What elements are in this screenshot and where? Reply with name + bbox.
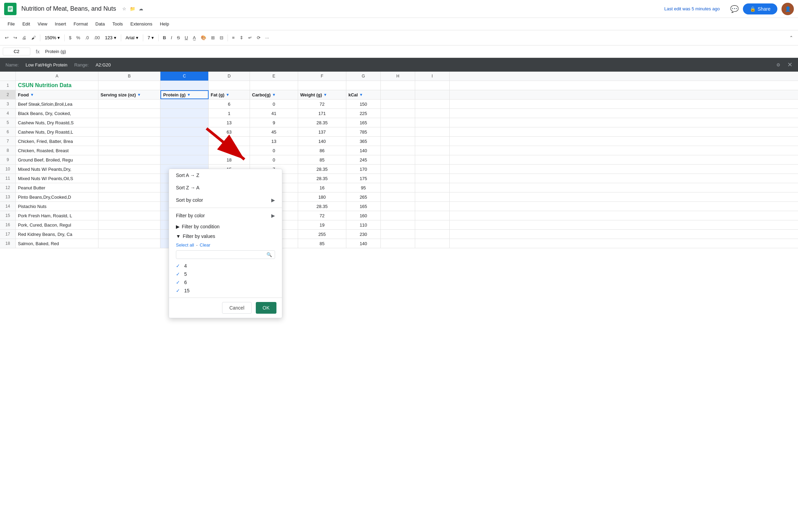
cell-G18[interactable]: 140 — [346, 239, 381, 248]
cell-A6[interactable]: Cashew Nuts, Dry Roastd,L — [16, 127, 98, 136]
cell-H6[interactable] — [381, 127, 415, 136]
cell-I3[interactable] — [415, 100, 450, 108]
cell-h1[interactable] — [381, 81, 415, 90]
cell-I16[interactable] — [415, 220, 450, 229]
share-button[interactable]: 🔒 Share — [743, 3, 777, 14]
col-header-h[interactable]: H — [381, 72, 415, 81]
col-header-c[interactable]: C — [160, 72, 209, 81]
cell-H10[interactable] — [381, 165, 415, 174]
folder-icon[interactable]: 📁 — [130, 6, 135, 11]
expand-button[interactable]: ⌃ — [787, 34, 795, 42]
cell-I10[interactable] — [415, 165, 450, 174]
select-all-link[interactable]: Select all — [176, 242, 194, 248]
cell-H15[interactable] — [381, 211, 415, 220]
cell-G9[interactable]: 245 — [346, 155, 381, 164]
wrap-button[interactable]: ↵ — [246, 34, 254, 42]
filter-value-item[interactable]: ✓4 — [176, 262, 275, 270]
cell-i1[interactable] — [415, 81, 450, 90]
filter-by-color-item[interactable]: Filter by color ▶ — [169, 209, 282, 222]
cell-H17[interactable] — [381, 230, 415, 239]
menu-extensions[interactable]: Extensions — [127, 20, 156, 28]
col-header-e[interactable]: E — [250, 72, 298, 81]
cell-F3[interactable]: 72 — [298, 100, 346, 108]
align-button[interactable]: ≡ — [230, 34, 237, 42]
cell-H14[interactable] — [381, 202, 415, 211]
filter-by-condition-item[interactable]: ▶ Filter by condition — [169, 222, 282, 231]
menu-data[interactable]: Data — [92, 20, 108, 28]
cell-A11[interactable]: Mixed Nuts W/ Peants,Oil,S — [16, 174, 98, 183]
cell-I14[interactable] — [415, 202, 450, 211]
font-size-select[interactable]: 7▾ — [145, 34, 156, 42]
menu-insert[interactable]: Insert — [51, 20, 70, 28]
cell-a1[interactable]: CSUN Nutrition Data — [16, 81, 98, 90]
sort-az-item[interactable]: Sort A → Z — [169, 169, 282, 181]
col-header-i[interactable]: I — [415, 72, 450, 81]
currency-button[interactable]: $ — [67, 34, 73, 42]
cell-B14[interactable] — [98, 202, 160, 211]
cell-I7[interactable] — [415, 137, 450, 146]
cell-F11[interactable]: 28.35 — [298, 174, 346, 183]
percent-button[interactable]: % — [74, 34, 82, 42]
cell-f1[interactable] — [298, 81, 346, 90]
cell-B7[interactable] — [98, 137, 160, 146]
decimal-less-button[interactable]: .0 — [83, 34, 91, 42]
filter-icon-c[interactable]: ▼ — [187, 93, 191, 97]
col-header-f[interactable]: F — [298, 72, 346, 81]
cell-G3[interactable]: 150 — [346, 100, 381, 108]
filter-icon-e[interactable]: ▼ — [272, 93, 276, 97]
cell-A9[interactable]: Ground Beef, Broiled, Regu — [16, 155, 98, 164]
filter-icon-g[interactable]: ▼ — [359, 93, 363, 97]
cell-a2[interactable]: Food ▼ — [16, 90, 98, 99]
cell-B16[interactable] — [98, 220, 160, 229]
cell-H11[interactable] — [381, 174, 415, 183]
cell-e1[interactable] — [250, 81, 298, 90]
cell-C3[interactable] — [160, 100, 209, 108]
print-button[interactable]: 🖨 — [20, 34, 29, 42]
row-num-4[interactable]: 4 — [0, 109, 16, 118]
cell-A17[interactable]: Red Kidney Beans, Dry, Ca — [16, 230, 98, 239]
menu-format[interactable]: Format — [70, 20, 91, 28]
fill-color-button[interactable]: 🎨 — [199, 34, 208, 42]
cell-H9[interactable] — [381, 155, 415, 164]
cell-b1[interactable] — [98, 81, 160, 90]
cell-I17[interactable] — [415, 230, 450, 239]
filter-icon-f[interactable]: ▼ — [323, 93, 327, 97]
cell-D7[interactable]: 18 — [209, 137, 250, 146]
filter-search-box[interactable]: 🔍 — [176, 250, 275, 259]
cell-c2[interactable]: Protein (g) ▼ — [160, 90, 209, 99]
cell-F17[interactable]: 255 — [298, 230, 346, 239]
cell-G12[interactable]: 95 — [346, 183, 381, 192]
cell-c1[interactable] — [160, 81, 209, 90]
cell-G7[interactable]: 365 — [346, 137, 381, 146]
cell-B6[interactable] — [98, 127, 160, 136]
cell-G10[interactable]: 170 — [346, 165, 381, 174]
cell-H13[interactable] — [381, 192, 415, 201]
cell-A15[interactable]: Pork Fresh Ham, Roastd, L — [16, 211, 98, 220]
cell-H5[interactable] — [381, 118, 415, 127]
row-num-10[interactable]: 10 — [0, 165, 16, 174]
cell-F9[interactable]: 85 — [298, 155, 346, 164]
cell-C7[interactable] — [160, 137, 209, 146]
cell-D9[interactable]: 18 — [209, 155, 250, 164]
cell-G14[interactable]: 165 — [346, 202, 381, 211]
cell-B5[interactable] — [98, 118, 160, 127]
row-num-16[interactable]: 16 — [0, 220, 16, 229]
cell-A8[interactable]: Chicken, Roasted, Breast — [16, 146, 98, 155]
menu-help[interactable]: Help — [156, 20, 172, 28]
menu-tools[interactable]: Tools — [109, 20, 126, 28]
cell-H4[interactable] — [381, 109, 415, 118]
cancel-button[interactable]: Cancel — [222, 302, 252, 314]
row-num-18[interactable]: 18 — [0, 239, 16, 248]
cell-F16[interactable]: 19 — [298, 220, 346, 229]
cell-B9[interactable] — [98, 155, 160, 164]
filter-by-values-item[interactable]: ▼ Filter by values — [169, 231, 282, 241]
cell-G11[interactable]: 175 — [346, 174, 381, 183]
text-color-button[interactable]: A̲ — [191, 34, 198, 42]
row-num-7[interactable]: 7 — [0, 137, 16, 146]
cell-G8[interactable]: 140 — [346, 146, 381, 155]
cell-H16[interactable] — [381, 220, 415, 229]
font-select[interactable]: Arial▾ — [123, 34, 141, 42]
ok-button[interactable]: OK — [256, 302, 276, 314]
cell-A4[interactable]: Black Beans, Dry, Cooked, — [16, 109, 98, 118]
cell-H3[interactable] — [381, 100, 415, 108]
